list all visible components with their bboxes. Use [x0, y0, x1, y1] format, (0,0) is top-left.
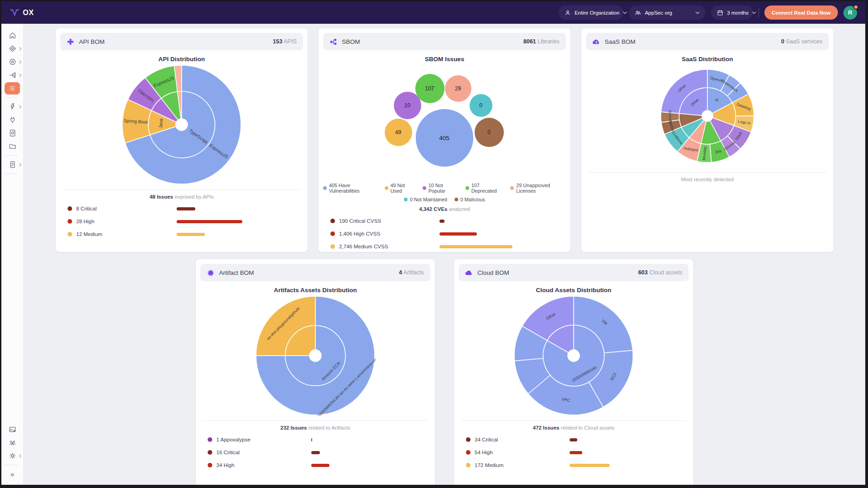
bom-cards-row-1: API BOM153 APISAPI DistributionTypeScrip…	[56, 28, 833, 252]
card-count: 8061 Libraries	[523, 38, 559, 45]
sidebar-item-scan[interactable]	[5, 56, 20, 68]
sidebar-item-team[interactable]	[5, 436, 20, 449]
severity-row: 12 Medium	[68, 228, 296, 241]
severity-label: 28 High	[76, 219, 177, 224]
card-count: 4 Artifacts	[399, 269, 424, 276]
severity-bar	[570, 438, 577, 441]
pipeline-icon	[9, 71, 16, 79]
severity-row: 16 Critical	[208, 446, 423, 459]
severity-row: 54 High	[466, 446, 681, 459]
card-header-cloud[interactable]: Cloud BOM603 Cloud assets	[459, 264, 689, 281]
severity-bar	[311, 464, 329, 467]
svg-text:Java: Java	[158, 118, 163, 128]
bubble-not-popular: 10	[394, 92, 421, 119]
policies-icon	[9, 129, 16, 137]
sidebar-divider	[5, 155, 18, 156]
avatar[interactable]: R	[843, 6, 857, 20]
issues-summary: 232 Issues related to Artifacts	[200, 425, 430, 430]
org-selector-label: Entire Organization	[575, 10, 619, 16]
card-divider	[62, 189, 301, 190]
sidebar-item-settings[interactable]	[5, 450, 20, 462]
card-title: Cloud BOM	[477, 269, 509, 276]
org-selector[interactable]: Entire Organization	[559, 5, 623, 20]
reports-icon	[9, 161, 16, 168]
card-header-artifact[interactable]: Artifact BOM4 Artifacts	[200, 264, 430, 281]
sidebar-item-bom[interactable]	[5, 82, 20, 94]
team-selector[interactable]: AppSec org	[629, 5, 706, 20]
connectors-icon	[9, 116, 16, 124]
bubble-not-maintained: 0	[470, 94, 492, 117]
chart-title: SBOM Issues	[323, 56, 566, 63]
ox-logo[interactable]: OX	[10, 8, 34, 17]
artifacts_distribution-chart: Amazon ECR203043666164.dkr.ecr.eu-west-1…	[255, 295, 376, 416]
home-icon	[9, 31, 16, 39]
risks-icon	[9, 45, 16, 52]
period-selector-label: 3 months	[727, 10, 748, 16]
card-sbom-bom: SBOM8061 LibrariesSBOM Issues10729100494…	[319, 28, 570, 252]
card-api-bom: API BOM153 APISAPI DistributionTypeScrip…	[56, 28, 308, 252]
sbom_issues-chart: 10729100494050	[324, 64, 565, 179]
severity-bar	[177, 233, 205, 236]
severity-row: 1,406 High CVSS	[330, 227, 559, 240]
sidebar-item-expand[interactable]: »	[5, 468, 20, 480]
sidebar-divider	[5, 465, 18, 465]
severity-label: 1 Appoxalypse	[216, 437, 311, 442]
severity-breakdown: 1 Appoxalypse16 Critical34 High	[200, 430, 430, 472]
severity-label: 34 Critical	[475, 437, 570, 442]
dashboard: API BOM153 APISAPI DistributionTypeScrip…	[24, 24, 865, 485]
severity-bar	[439, 220, 444, 223]
sidebar-item-pipeline[interactable]	[5, 69, 20, 81]
card-header-sbom[interactable]: SBOM8061 Libraries	[323, 33, 566, 50]
cloud-icon	[465, 269, 473, 277]
sidebar-item-projects[interactable]	[5, 140, 20, 152]
topbar-divider	[758, 8, 759, 17]
chart-title: Artifacts Assets Distribution	[200, 287, 430, 294]
sidebar-divider	[5, 97, 18, 98]
chevron-right-icon	[19, 105, 22, 109]
card-title: SaaS BOM	[605, 38, 636, 45]
chevron-down-icon	[695, 11, 700, 14]
ox-logo-text: OX	[23, 9, 34, 17]
sidebar-item-attack-path[interactable]	[5, 100, 20, 113]
severity-row: 1 Appoxalypse	[208, 433, 423, 446]
severity-label: 54 High	[475, 450, 570, 455]
legend-item: 10 Not Popular	[423, 183, 458, 194]
ox-bull-icon	[10, 8, 20, 17]
severity-bar	[177, 207, 195, 210]
topbar: OX Entire Organization AppSec org 3 mont…	[1, 1, 865, 24]
sidebar-item-risks[interactable]	[5, 42, 20, 55]
severity-label: 190 Critical CVSS	[339, 218, 439, 224]
avatar-initial: R	[848, 9, 852, 16]
settings-icon	[9, 452, 16, 460]
people-icon	[635, 10, 641, 16]
bubble-unapproved-licenses: 29	[445, 75, 471, 102]
sidebar-item-policies[interactable]	[5, 127, 20, 139]
svg-text:Youtube: Youtube	[668, 110, 673, 124]
connect-real-data-button[interactable]: Connect Real Data Now	[764, 5, 838, 20]
cloud_distribution-chart: 203043666164VMEC2VPCOther	[513, 295, 634, 416]
severity-row: 34 Critical	[466, 433, 681, 446]
sidebar-item-evidence[interactable]	[5, 423, 20, 436]
bubble-legend: 405 Have Vulnerabilities49 Not Used10 No…	[323, 183, 566, 194]
sidebar-item-home[interactable]	[5, 29, 20, 42]
sbom-icon	[329, 38, 337, 46]
severity-label: 34 High	[216, 462, 311, 468]
card-divider	[588, 172, 827, 173]
severity-bar	[311, 451, 320, 454]
saas_distribution-chart: AIOtherOpenAIHyperstackDatadogLogz.ioSla…	[660, 68, 755, 163]
scan-icon	[9, 58, 16, 66]
severity-bar	[570, 451, 582, 454]
severity-bar	[439, 245, 512, 248]
person-icon	[565, 10, 571, 16]
card-header-saas[interactable]: SaaS BOM0 SaaS services	[586, 33, 829, 50]
card-header-api[interactable]: API BOM153 APIS	[60, 33, 303, 50]
period-selector[interactable]: 3 months	[711, 5, 753, 20]
severity-row: 28 High	[68, 215, 296, 228]
card-cloud-bom: Cloud BOM603 Cloud assetsCloud Assets Di…	[454, 259, 693, 485]
attack-path-icon	[9, 103, 16, 110]
sidebar-item-reports[interactable]	[5, 158, 20, 171]
severity-row: 8 Critical	[68, 202, 296, 215]
chart-title: SaaS Distribution	[586, 56, 829, 63]
severity-breakdown: 8 Critical28 High12 Medium	[60, 199, 303, 241]
sidebar-item-connectors[interactable]	[5, 114, 20, 126]
